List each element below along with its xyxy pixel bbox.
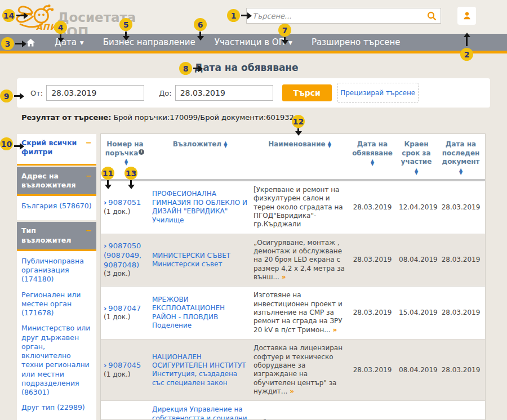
callout-arrow-icon	[130, 180, 132, 185]
filter-link[interactable]: Регионален или местен орган (171678)	[21, 291, 92, 318]
doc-count: (1 док.)	[104, 313, 131, 321]
table-row: ›9087047 (1 док.) МРЕЖОВИ ЕКСПЛОАТАЦИОНЕ…	[101, 286, 485, 339]
callout-badge: 4	[54, 21, 67, 34]
contractor-cell: МРЕЖОВИ ЕКСПЛОАТАЦИОНЕН РАЙОН - ПЛОВДИВ …	[149, 296, 251, 330]
title-cell: Изготвяне на инвестиционен проект и изпъ…	[251, 291, 349, 334]
callout-arrow-icon	[125, 32, 127, 36]
hide-filters-label: Скрий всички филтри	[21, 138, 83, 157]
contractor-link[interactable]: МРЕЖОВИ ЕКСПЛОАТАЦИОНЕН РАЙОН - ПЛОВДИВ …	[152, 296, 225, 329]
contractor-link[interactable]: МИНИСТЕРСКИ СЪВЕТ Министерски съвет	[152, 252, 230, 268]
callout-badge: 11	[101, 167, 114, 180]
results-counts: Брой поръчки:170099/Брой документи:60193…	[113, 113, 294, 122]
search-submit-button[interactable]: Търси	[282, 84, 332, 101]
filters-sidebar: Скрий всички филтри − Адрес на възложите…	[17, 134, 96, 420]
filter-section-address-header[interactable]: Адрес на възложителя −	[17, 167, 96, 196]
expand-chevron-icon[interactable]: ›	[104, 361, 106, 369]
top-header: АПИС Досиетата ЗОП	[0, 0, 507, 34]
callout-badge: 5	[119, 18, 132, 31]
nav-item-advanced-search[interactable]: Разширено търсене	[312, 37, 401, 47]
home-button[interactable]	[26, 38, 35, 47]
deadline-date: 08.04.2019	[396, 256, 437, 264]
date-from-input[interactable]	[46, 85, 144, 101]
callout-arrow-icon	[466, 37, 468, 46]
table-row: ›9087050 (9087049, 9087048) (3 док.) МИН…	[101, 234, 485, 287]
sort-icon[interactable]: ▲▼	[370, 159, 375, 166]
chevron-down-icon: ▼	[288, 40, 292, 46]
refine-search-box: Прецизирай търсене	[337, 83, 419, 103]
results-table: Номер на поръчкаi▲▼ Възложител▲▼ Наимено…	[100, 133, 486, 420]
col-header-last-doc-date[interactable]: Дата на последен документ ▲▼	[437, 139, 485, 176]
sort-icon[interactable]: ▲▼	[124, 159, 128, 166]
apis-logo[interactable]: АПИС Досиетата ЗОП	[14, 1, 160, 34]
col-header-deadline[interactable]: Краен срок за участие ▲▼	[396, 139, 437, 176]
order-number-link[interactable]: 9087047	[108, 304, 141, 312]
sort-icon[interactable]: ▲▼	[458, 168, 464, 175]
results-label: Резултат от търсене:	[21, 113, 111, 122]
more-icon[interactable]: »	[333, 326, 337, 334]
filter-link[interactable]: Друг тип (22989)	[21, 403, 92, 412]
callout-arrow-icon	[107, 180, 109, 185]
filter-section-type-header[interactable]: Тип възложител −	[17, 222, 96, 251]
info-icon[interactable]: i	[139, 149, 144, 155]
filter-link[interactable]: Публичноправна организация (174180)	[21, 257, 92, 284]
col-header-announce-date[interactable]: Дата на обявяване ▲▼	[349, 139, 396, 167]
announce-date: 28.03.2019	[349, 203, 396, 212]
order-number-link[interactable]: 9087051	[108, 198, 141, 207]
expand-chevron-icon[interactable]: ›	[104, 242, 106, 250]
collapse-minus-icon: −	[86, 172, 92, 181]
expand-chevron-icon[interactable]: ›	[104, 304, 106, 312]
contractor-cell: МИНИСТЕРСКИ СЪВЕТ Министерски съвет	[149, 252, 251, 269]
title-cell: [Укрепване и ремонт на физкултурен салон…	[251, 186, 349, 229]
expand-chevron-icon[interactable]: ›	[104, 198, 106, 207]
col-label: Наименование	[268, 140, 326, 148]
deadline-date: 08.04.2019	[396, 366, 437, 374]
order-title: „Осигуряване, монтаж , демонтаж и обслуж…	[254, 239, 345, 281]
callout-arrow-icon	[14, 95, 20, 97]
col-label: Възложител	[173, 140, 221, 148]
filter-section-address-body: България (578670)	[17, 196, 96, 220]
callout-badge: 10	[0, 137, 13, 150]
sort-icon[interactable]: ▲▼	[328, 141, 331, 148]
section-title: Адрес на възложителя	[21, 172, 83, 190]
nav-item-participants[interactable]: Участници в ОП ▼	[215, 37, 292, 47]
order-number-link[interactable]: 9087045	[108, 361, 141, 369]
doc-count: (1 док.)	[104, 370, 131, 378]
more-icon[interactable]: »	[290, 387, 293, 395]
search-icon[interactable]	[427, 11, 437, 23]
page-title: Дата на обявяване	[194, 62, 299, 73]
more-icon[interactable]: »	[282, 273, 286, 281]
callout-arrow-icon	[14, 145, 20, 147]
refine-search-link[interactable]: Прецизирай търсене	[340, 89, 415, 97]
filter-link[interactable]: Министерство или друг държавен орган, вк…	[21, 324, 92, 397]
date-to-input[interactable]	[175, 85, 273, 101]
search-input[interactable]	[246, 8, 441, 24]
last-doc-date: 28.03.2019	[437, 203, 485, 212]
callout-badge: 6	[194, 18, 207, 31]
order-number-cell: ›9087047 (1 док.)	[101, 304, 149, 322]
hide-all-filters-toggle[interactable]: Скрий всички филтри −	[17, 134, 96, 166]
sort-icon[interactable]: ▲▼	[413, 168, 419, 175]
user-account-button[interactable]	[457, 7, 476, 25]
col-header-title[interactable]: Наименование▲▼	[251, 139, 349, 150]
order-number-link[interactable]: 9087050 (9087049, 9087048)	[104, 242, 141, 269]
callout-badge: 8	[179, 62, 192, 75]
contractor-link[interactable]: ПРОФЕСИОНАЛНА ГИМНАЗИЯ ПО ОБЛЕКЛО И ДИЗА…	[152, 190, 247, 224]
filter-link-bulgaria[interactable]: България (578670)	[21, 202, 92, 211]
col-label: Дата на обявяване	[352, 140, 393, 157]
callout-badge: 2	[460, 48, 473, 61]
order-number-cell: ›9087050 (9087049, 9087048) (3 док.)	[101, 242, 149, 278]
callout-arrow-icon	[284, 37, 286, 40]
sort-icon[interactable]: ▲▼	[224, 141, 227, 148]
contractor-link[interactable]: НАЦИОНАЛЕН ОСИГУРИТЕЛЕН ИНСТИТУТ Институ…	[152, 353, 246, 387]
contractor-link[interactable]: Дирекция Управление на собствеността и с…	[152, 405, 247, 420]
col-header-contractor[interactable]: Възложител▲▼	[149, 139, 251, 150]
callout-badge: 7	[278, 24, 291, 37]
nav-item-business-direction[interactable]: Бизнес направление	[103, 37, 195, 47]
callout-badge: 9	[0, 90, 13, 102]
section-title: Тип възложител	[21, 226, 83, 245]
callout-badge: 14	[2, 9, 15, 22]
col-header-order-number[interactable]: Номер на поръчкаi▲▼	[101, 139, 149, 168]
announce-date: 28.03.2019	[349, 309, 396, 317]
col-label: Дата на последен документ	[442, 140, 479, 166]
callout-badge: 12	[292, 115, 305, 128]
